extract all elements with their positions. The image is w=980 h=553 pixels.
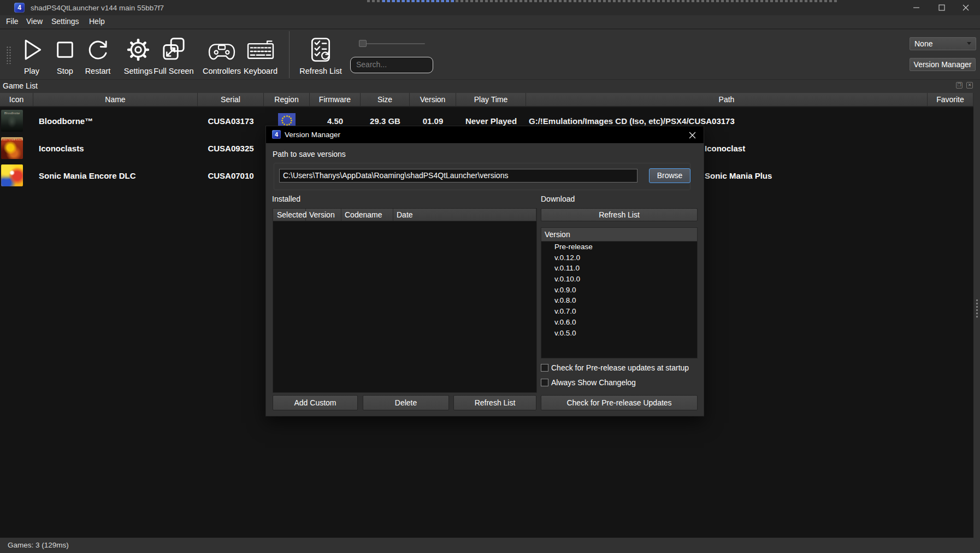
game-path-fragment: Iconoclast [705, 134, 745, 162]
path-to-save-label: Path to save versions [273, 150, 346, 158]
chevron-down-icon [967, 42, 971, 45]
eu-flag-star [282, 117, 284, 119]
version-item-v-0-11-0[interactable]: v.0.11.0 [541, 263, 697, 274]
installed-column-codename[interactable]: Codename [341, 209, 393, 221]
toolbar-button-label: Keyboard [244, 67, 278, 75]
dialog-button-refresh-list[interactable]: Refresh List [453, 395, 536, 410]
column-header-icon[interactable]: Icon [0, 93, 33, 106]
version-item-v-0-5-0[interactable]: v.0.5.0 [541, 328, 697, 339]
checkbox-2[interactable] [541, 379, 548, 386]
dialog-titlebar[interactable]: 4 Version Manager [266, 126, 704, 143]
toolbar-button-keyboard[interactable]: Keyboard [231, 32, 291, 79]
column-header-favorite[interactable]: Favorite [928, 93, 973, 106]
zoom-slider-track[interactable] [359, 43, 425, 44]
eu-flag-star [288, 116, 290, 117]
game-path-fragment: Sonic Mania Plus [705, 162, 772, 189]
game-serial: CUSA07010 [198, 162, 264, 189]
dialog-title: Version Manager [285, 131, 340, 139]
game-icon-caption: Bloodborne [1, 111, 23, 115]
version-list-header[interactable]: Version [541, 228, 697, 242]
version-item-pre-release[interactable]: Pre-release [541, 242, 697, 252]
column-header-version[interactable]: Version [410, 93, 456, 106]
game-table-header: IconNameSerialRegionFirmwareSizeVersionP… [0, 93, 973, 107]
checkbox-1[interactable] [541, 364, 548, 372]
dock-close-icon[interactable]: ✕ [966, 82, 973, 89]
version-manager-button[interactable]: Version Manager [910, 58, 976, 71]
eu-flag-star [288, 123, 290, 125]
game-icon-1: Bloodborne [1, 110, 23, 132]
maximize-button[interactable] [929, 0, 954, 15]
clipped-text-artifact-blue [382, 0, 454, 2]
minimize-button[interactable] [904, 0, 929, 15]
menu-view[interactable]: View [26, 17, 43, 28]
menu-settings[interactable]: Settings [51, 17, 79, 28]
installed-column-date[interactable]: Date [393, 209, 536, 221]
titlebar: 4 shadPS4QtLauncher v144 main 55bb7f7 [0, 0, 980, 15]
column-header-play-time[interactable]: Play Time [456, 93, 526, 106]
version-item-v-0-9-0[interactable]: v.0.9.0 [541, 285, 697, 296]
download-label: Download [541, 195, 575, 203]
version-item-v-0-10-0[interactable]: v.0.10.0 [541, 274, 697, 285]
game-icon-2: ICONOCLASTS [1, 137, 23, 159]
version-list: Version Pre-releasev.0.12.0v.0.11.0v.0.1… [541, 227, 698, 358]
installed-table-header: SelectedVersionCodenameDate [273, 208, 537, 221]
game-serial: CUSA09325 [198, 134, 264, 162]
theme-select[interactable]: None [910, 37, 976, 50]
menubar: FileViewSettingsHelp [0, 15, 980, 30]
version-list-body[interactable]: Pre-releasev.0.12.0v.0.11.0v.0.10.0v.0.9… [541, 242, 697, 358]
eu-flag-star [286, 115, 288, 117]
menu-file[interactable]: File [6, 17, 19, 28]
dialog-button-delete[interactable]: Delete [363, 395, 449, 410]
version-item-v-0-7-0[interactable]: v.0.7.0 [541, 306, 697, 317]
checkbox-row-1[interactable]: Check for Pre-release updates at startup [541, 363, 689, 372]
download-refresh-list-button[interactable]: Refresh List [541, 208, 698, 221]
toolbar-button-label: Full Screen [154, 67, 193, 75]
column-header-firmware[interactable]: Firmware [310, 93, 361, 106]
eu-flag-star [290, 117, 292, 119]
eu-flag-star [290, 122, 292, 123]
eu-flag-star [284, 116, 285, 117]
dock-float-icon[interactable]: ❐ [956, 82, 963, 89]
game-serial: CUSA03173 [198, 107, 264, 134]
installed-column-version[interactable]: Version [306, 209, 341, 221]
toolbar: Search... None Version Manager PlayStopR… [0, 30, 980, 80]
game-icon-3 [1, 164, 23, 186]
version-item-v-0-6-0[interactable]: v.0.6.0 [541, 317, 697, 328]
column-header-serial[interactable]: Serial [198, 93, 264, 106]
installed-table-body[interactable] [273, 221, 537, 393]
installed-table: SelectedVersionCodenameDate [273, 208, 537, 519]
keyboard-icon [245, 33, 276, 66]
dialog-app-icon: 4 [272, 130, 281, 139]
checkbox-label: Check for Pre-release updates at startup [551, 363, 689, 372]
column-header-size[interactable]: Size [361, 93, 410, 106]
game-icon-caption: ICONOCLASTS [1, 138, 23, 142]
version-manager-dialog: 4 Version Manager Path to save versions … [265, 126, 704, 416]
dock-title: Game List [3, 81, 38, 90]
dialog-close-icon[interactable] [687, 130, 698, 140]
column-header-name[interactable]: Name [33, 93, 198, 106]
dock-titlebar: Game List ❐ ✕ [0, 80, 980, 93]
zoom-slider-handle[interactable] [359, 40, 367, 47]
search-input[interactable]: Search... [350, 57, 433, 73]
window-title: shadPS4QtLauncher v144 main 55bb7f7 [31, 4, 164, 12]
game-name: Sonic Mania Encore DLC [33, 162, 198, 189]
dialog-button-add-custom[interactable]: Add Custom [273, 395, 358, 410]
close-button[interactable] [953, 0, 978, 15]
installed-column-selected[interactable]: Selected [274, 209, 306, 221]
browse-button[interactable]: Browse [649, 168, 690, 183]
menu-help[interactable]: Help [89, 17, 105, 28]
column-header-region[interactable]: Region [264, 93, 310, 106]
app-icon: 4 [14, 3, 25, 13]
refresh-list-icon [305, 33, 336, 66]
toolbar-button-label: Refresh List [299, 67, 341, 75]
status-text: Games: 3 (129ms) [8, 541, 69, 549]
column-header-path[interactable]: Path [526, 93, 928, 106]
version-item-v-0-8-0[interactable]: v.0.8.0 [541, 295, 697, 306]
toolbar-button-refresh-list[interactable]: Refresh List [291, 32, 351, 79]
splitter-handle[interactable] [976, 299, 978, 319]
path-input[interactable]: C:\Users\Thanys\AppData\Roaming\shadPS4Q… [279, 169, 637, 183]
version-item-v-0-12-0[interactable]: v.0.12.0 [541, 252, 697, 263]
dialog-button-check-for-pre-release-updates[interactable]: Check for Pre-release Updates [541, 395, 698, 410]
game-name: Bloodborne™ [33, 107, 198, 134]
checkbox-row-2[interactable]: Always Show Changelog [541, 378, 636, 387]
